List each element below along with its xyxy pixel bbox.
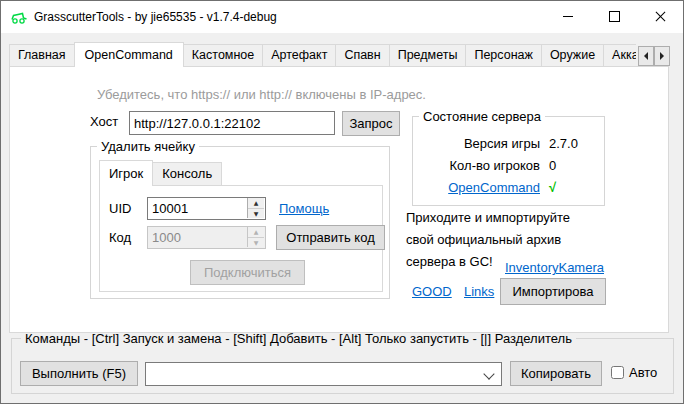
command-combobox[interactable] xyxy=(145,362,502,386)
tab-scroll-left-button[interactable] xyxy=(638,46,654,66)
uid-spinner: ▲ ▼ xyxy=(247,198,264,218)
uid-spin-down-icon[interactable]: ▼ xyxy=(248,209,264,219)
server-version-row: Версия игры 2.7.0 xyxy=(413,134,604,153)
tab-konsol[interactable]: Консоль xyxy=(152,162,222,186)
import-line-1: Приходите и импортируйте xyxy=(406,210,570,225)
tab-predmety[interactable]: Предметы xyxy=(389,44,467,67)
send-code-button[interactable]: Отправить код xyxy=(276,225,385,250)
opencommand-panel: Убедитесь, что https:// или http:// вклю… xyxy=(9,66,669,333)
close-icon xyxy=(655,12,665,22)
tab-artefakt[interactable]: Артефакт xyxy=(262,44,336,67)
window-controls xyxy=(545,1,683,32)
player-count-value: 0 xyxy=(549,156,556,175)
host-label: Хост xyxy=(90,114,118,129)
player-count-row: Кол-во игроков 0 xyxy=(413,156,604,175)
opencommand-check-icon: √ xyxy=(549,178,556,197)
tab-scroll-right-button[interactable] xyxy=(654,46,670,66)
auto-checkbox-label: Авто xyxy=(629,365,657,380)
commands-group: Команды - [Ctrl] Запуск и замена - [Shif… xyxy=(11,338,674,394)
uid-spin-up-icon[interactable]: ▲ xyxy=(248,198,264,209)
opencommand-link[interactable]: OpenCommand xyxy=(448,180,540,195)
player-count-label: Кол-во игроков xyxy=(413,156,540,175)
code-spinner: ▲ ▼ xyxy=(247,227,264,247)
right-arrow-icon xyxy=(660,52,664,60)
tab-personazh[interactable]: Персонаж xyxy=(465,44,541,67)
code-label: Код xyxy=(109,230,131,245)
tab-kastomnoe[interactable]: Кастомное xyxy=(183,44,263,67)
opencommand-status-row: OpenCommand √ xyxy=(413,178,604,197)
game-version-label: Версия игры xyxy=(413,134,540,153)
server-status-title: Состояние сервера xyxy=(419,109,545,124)
uid-label: UID xyxy=(109,201,131,216)
code-spin-up-icon: ▲ xyxy=(248,227,264,238)
links-link[interactable]: Links xyxy=(464,284,494,299)
tab-oruzhie[interactable]: Оружие xyxy=(541,44,604,67)
player-tab-page: UID ▲ ▼ Помощь Код ▲ ▼ От xyxy=(99,185,383,292)
close-button[interactable] xyxy=(637,1,683,32)
main-tab-strip: Главная OpenCommand Кастомное Артефакт С… xyxy=(9,42,636,67)
import-button[interactable]: Импортирова xyxy=(500,278,606,305)
help-link[interactable]: Помощь xyxy=(279,201,329,216)
chevron-down-icon xyxy=(483,368,494,379)
left-arrow-icon xyxy=(644,52,648,60)
tab-spavn[interactable]: Спавн xyxy=(335,44,389,67)
inventorykamera-link[interactable]: InventoryKamera xyxy=(505,260,604,275)
minimize-button[interactable] xyxy=(545,1,591,32)
execute-button[interactable]: Выполнить (F5) xyxy=(20,361,138,386)
tab-igrok[interactable]: Игрок xyxy=(99,160,153,186)
app-window: GrasscutterTools - by jie65535 - v1.7.4-… xyxy=(0,0,684,404)
https-hint-text: Убедитесь, что https:// или http:// вклю… xyxy=(97,87,426,102)
delete-cell-tab-strip: Игрок Консоль xyxy=(99,160,221,186)
code-spin-down-icon: ▼ xyxy=(248,238,264,248)
query-button[interactable]: Запрос xyxy=(342,111,400,136)
minimize-icon xyxy=(563,16,573,17)
tab-opencommand[interactable]: OpenCommand xyxy=(74,42,184,67)
server-status-group: Состояние сервера Версия игры 2.7.0 Кол-… xyxy=(412,116,605,206)
auto-checkbox[interactable] xyxy=(611,366,624,379)
good-link[interactable]: GOOD xyxy=(412,284,452,299)
host-input[interactable] xyxy=(129,111,335,135)
delete-cell-group-title: Удалить ячейку xyxy=(97,139,199,154)
game-version-value: 2.7.0 xyxy=(549,134,578,153)
maximize-icon xyxy=(609,11,620,22)
tab-glavnaya[interactable]: Главная xyxy=(9,44,75,67)
title-bar: GrasscutterTools - by jie65535 - v1.7.4-… xyxy=(1,1,683,33)
import-line-2: свой официальный архив xyxy=(406,232,561,247)
maximize-button[interactable] xyxy=(591,1,637,32)
connect-button: Подключиться xyxy=(190,260,305,285)
grasscutter-app-icon xyxy=(10,9,28,25)
tab-akkaunt[interactable]: Аккаун xyxy=(603,44,636,67)
auto-checkbox-wrap: Авто xyxy=(611,365,657,380)
delete-cell-group: Удалить ячейку Игрок Консоль UID ▲ ▼ Пом… xyxy=(90,146,390,299)
copy-button[interactable]: Копировать xyxy=(510,361,602,386)
commands-group-title: Команды - [Ctrl] Запуск и замена - [Shif… xyxy=(21,331,576,346)
window-title: GrasscutterTools - by jie65535 - v1.7.4-… xyxy=(34,10,277,24)
import-line-3: сервера в GC! xyxy=(406,254,493,269)
